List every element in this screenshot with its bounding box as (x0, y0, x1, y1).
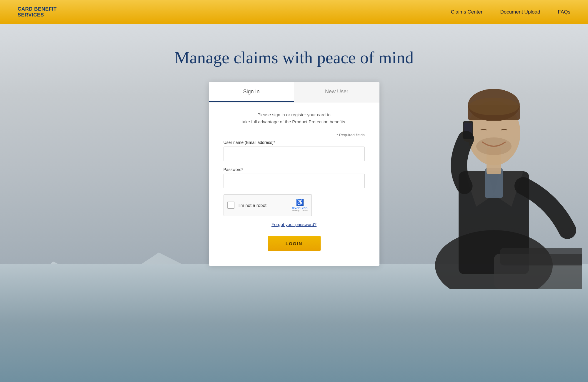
main-content: Manage claims with peace of mind Sign In… (0, 24, 588, 266)
page-headline: Manage claims with peace of mind (174, 48, 414, 67)
tab-new-user[interactable]: New User (294, 82, 379, 102)
form-description: Please sign in or register your card to … (224, 111, 365, 125)
claims-center-link[interactable]: Claims Center (451, 9, 483, 15)
tab-sign-in[interactable]: Sign In (209, 82, 294, 102)
header: CARD BENEFIT SERVICES Claims Center Docu… (0, 0, 588, 24)
recaptcha-icon: ♿ (296, 199, 304, 206)
login-button[interactable]: LOGIN (268, 236, 321, 251)
username-label: User name (Email address)* (224, 140, 365, 145)
recaptcha-logo: ♿ reCAPTCHA Privacy - Terms (292, 199, 308, 212)
faqs-link[interactable]: FAQs (558, 9, 570, 15)
required-note: * Required fields (224, 133, 365, 137)
logo-line1: CARD BENEFIT (18, 6, 57, 12)
forgot-password-link[interactable]: Forgot your password? (224, 222, 365, 227)
username-input[interactable] (224, 147, 365, 161)
recaptcha-widget[interactable]: I'm not a robot ♿ reCAPTCHA Privacy - Te… (224, 194, 312, 216)
recaptcha-badge-text: reCAPTCHA (292, 206, 308, 209)
form-body: Please sign in or register your card to … (209, 102, 379, 266)
tab-bar: Sign In New User (209, 82, 379, 102)
recaptcha-checkbox[interactable] (227, 202, 234, 209)
logo-line2: SERVICES (18, 12, 44, 18)
recaptcha-label: I'm not a robot (239, 203, 289, 208)
description-line1: Please sign in or register your card to (257, 112, 330, 117)
form-card: Sign In New User Please sign in or regis… (209, 82, 379, 266)
description-line2: take full advantage of the Product Prote… (241, 119, 346, 124)
logo: CARD BENEFIT SERVICES (18, 6, 57, 18)
document-upload-link[interactable]: Document Upload (500, 9, 540, 15)
recaptcha-sub-text: Privacy - Terms (292, 209, 308, 212)
password-label: Password* (224, 167, 365, 172)
nav: Claims Center Document Upload FAQs (451, 9, 570, 15)
tab-new-user-label: New User (325, 89, 348, 94)
password-input[interactable] (224, 174, 365, 188)
tab-sign-in-label: Sign In (243, 89, 259, 94)
